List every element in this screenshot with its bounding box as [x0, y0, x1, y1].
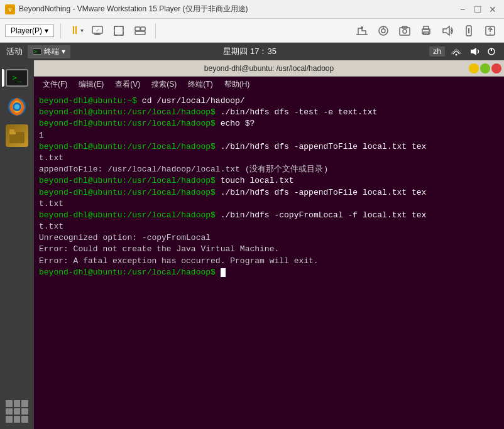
- pause-button[interactable]: ⏸ ▾: [67, 23, 85, 39]
- line-12: t.txt: [39, 221, 499, 232]
- svg-marker-28: [471, 48, 476, 55]
- terminal-cursor: [221, 268, 226, 277]
- line-4: 1: [39, 130, 499, 141]
- removable-devices-button[interactable]: [375, 23, 392, 39]
- sidebar-item-firefox[interactable]: [4, 94, 30, 119]
- fullscreen-icon: [112, 24, 125, 37]
- terminal-area: beyond-dhl@ubuntu: /usr/local/hadoop 文件(…: [34, 60, 504, 429]
- terminal-maximize-button[interactable]: [480, 63, 490, 73]
- unity-button[interactable]: [131, 23, 149, 39]
- pause-dropdown-arrow: ▾: [80, 27, 84, 34]
- terminal-menu-search[interactable]: 搜索(S): [146, 78, 182, 91]
- ubuntu-desktop: 活动 >_ 终端 ▾ 星期四 17：35 zh: [0, 43, 504, 429]
- vmware-icon: V: [5, 4, 15, 14]
- apps-grid-icon: [6, 400, 28, 423]
- svg-marker-22: [443, 26, 449, 35]
- firefox-icon: [6, 95, 28, 118]
- line-11: beyond-dhl@ubuntu:/usr/local/hadoop$ ./b…: [39, 210, 499, 221]
- minimize-button[interactable]: −: [456, 4, 469, 15]
- desktop-area: >_: [0, 60, 504, 429]
- usb-button[interactable]: [460, 23, 478, 39]
- window-controls: − ☐ ✕: [456, 4, 499, 15]
- statusbar-datetime: 星期四 17：35: [223, 46, 277, 57]
- terminal-close-button[interactable]: [491, 63, 501, 73]
- pause-icon: ⏸: [69, 24, 80, 37]
- terminal-menubar: 文件(F) 编辑(E) 查看(V) 搜索(S) 终端(T) 帮助(H): [34, 77, 504, 92]
- terminal-menu-edit[interactable]: 编辑(E): [74, 78, 109, 91]
- unity-icon: [134, 24, 146, 37]
- print-button[interactable]: [417, 23, 435, 39]
- activities-button[interactable]: 活动: [6, 46, 23, 57]
- terminal-menu-file[interactable]: 文件(F): [38, 78, 72, 91]
- close-button[interactable]: ✕: [486, 4, 499, 15]
- terminal-menu-view[interactable]: 查看(V): [110, 78, 145, 91]
- help-button[interactable]: [481, 23, 499, 39]
- svg-point-13: [381, 29, 385, 33]
- terminal-titlebar: beyond-dhl@ubuntu: /usr/local/hadoop: [34, 60, 504, 77]
- svg-point-11: [361, 26, 363, 29]
- terminal-menu-help[interactable]: 帮助(H): [219, 78, 255, 91]
- svg-rect-8: [141, 27, 145, 31]
- line-7: appendToFile: /usr/local/hadoop/local.tx…: [39, 164, 499, 175]
- toolbar-separator-2: [155, 23, 156, 38]
- terminal-menu-terminal[interactable]: 终端(T): [183, 78, 217, 91]
- terminal-tag[interactable]: >_ 终端 ▾: [28, 45, 70, 58]
- audio-icon: [441, 24, 454, 37]
- power-icon: [485, 46, 498, 57]
- terminal-app-icon: >_: [6, 69, 28, 87]
- statusbar-left: 活动 >_ 终端 ▾: [6, 45, 70, 58]
- audio-status-icon: [468, 46, 480, 57]
- window-title: BeyondNothing - VMware Workstation 15 Pl…: [19, 4, 248, 14]
- fullscreen-button[interactable]: [110, 23, 128, 39]
- svg-rect-7: [135, 27, 140, 31]
- files-icon: [6, 124, 28, 147]
- svg-point-27: [455, 54, 457, 56]
- line-6: t.txt: [39, 153, 499, 164]
- network-settings-button[interactable]: [353, 23, 371, 39]
- audio-button[interactable]: [439, 23, 456, 39]
- language-button[interactable]: zh: [429, 46, 445, 57]
- sidebar-item-terminal[interactable]: >_: [4, 65, 30, 90]
- line-13: Unrecognized option: -copyFromLocal: [39, 232, 499, 244]
- devices-icon: [377, 24, 390, 37]
- svg-point-26: [490, 33, 491, 35]
- svg-text:⤢: ⤢: [96, 28, 99, 32]
- print-icon: [420, 24, 432, 37]
- vmware-toolbar: Player(P) ▾ ⏸ ▾ ⤢: [0, 19, 504, 43]
- toolbar-separator-1: [60, 23, 61, 38]
- sidebar-item-files[interactable]: [4, 123, 30, 148]
- svg-rect-20: [424, 32, 429, 35]
- title-bar: V BeyondNothing - VMware Workstation 15 …: [0, 0, 504, 19]
- network-icon: [355, 24, 369, 37]
- line-2: beyond-dhl@ubuntu:/usr/local/hadoop$ ./b…: [39, 107, 499, 118]
- player-menu[interactable]: Player(P) ▾: [5, 24, 54, 37]
- line-8: beyond-dhl@ubuntu:/usr/local/hadoop$ tou…: [39, 175, 499, 187]
- player-menu-arrow: ▾: [45, 26, 48, 35]
- terminal-tag-label: 终端: [44, 46, 59, 57]
- terminal-window-controls: [469, 63, 501, 73]
- line-5: beyond-dhl@ubuntu:/usr/local/hadoop$ ./b…: [39, 141, 499, 153]
- statusbar-right: zh: [429, 46, 498, 57]
- terminal-small-icon: >_: [33, 48, 41, 55]
- line-10: t.txt: [39, 198, 499, 210]
- help-icon: [484, 24, 496, 37]
- snapshot-icon: [398, 24, 411, 37]
- svg-rect-6: [114, 26, 123, 35]
- terminal-content[interactable]: beyond-dhl@ubuntu:~$ cd /usr/local/hadoo…: [34, 92, 504, 429]
- terminal-tag-arrow: ▾: [62, 47, 65, 56]
- snapshot-button[interactable]: [396, 23, 414, 39]
- svg-rect-19: [424, 26, 429, 30]
- sidebar-item-apps[interactable]: [4, 399, 30, 424]
- monitor-icon: ⤢: [91, 24, 104, 37]
- line-16: beyond-dhl@ubuntu:/usr/local/hadoop$: [39, 267, 499, 278]
- line-1: beyond-dhl@ubuntu:~$ cd /usr/local/hadoo…: [39, 95, 499, 107]
- svg-rect-9: [135, 31, 145, 35]
- svg-rect-24: [468, 28, 469, 33]
- terminal-minimize-button[interactable]: [469, 63, 479, 73]
- send-ctrl-alt-del-button[interactable]: ⤢: [89, 23, 106, 39]
- line-15: Error: A fatal exception has occurred. P…: [39, 256, 499, 267]
- svg-rect-15: [400, 28, 410, 35]
- network-status-icon: [450, 46, 463, 57]
- title-bar-left: V BeyondNothing - VMware Workstation 15 …: [5, 4, 248, 14]
- maximize-button[interactable]: ☐: [471, 4, 484, 15]
